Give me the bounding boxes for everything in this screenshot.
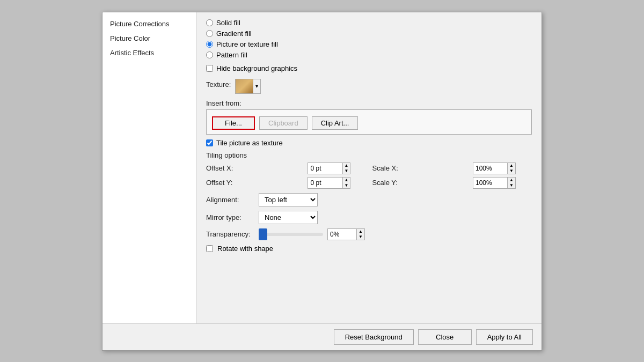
tile-texture-checkbox[interactable] [206, 139, 213, 146]
transparency-row: Transparency: ▲ ▼ [206, 228, 532, 240]
scale-y-up[interactable]: ▲ [508, 178, 515, 183]
dialog-footer: Reset Background Close Apply to All [103, 323, 541, 350]
gradient-fill-radio[interactable] [206, 30, 213, 37]
scale-y-input[interactable] [473, 178, 507, 188]
hide-background-checkbox[interactable] [206, 65, 213, 72]
scale-y-down[interactable]: ▼ [508, 183, 515, 188]
transparency-label: Transparency: [206, 230, 254, 238]
picture-texture-fill-label[interactable]: Picture or texture fill [216, 40, 278, 48]
scale-y-arrows: ▲ ▼ [507, 178, 515, 188]
offset-y-label: Offset Y: [206, 179, 302, 187]
sidebar-item-picture-color[interactable]: Picture Color [103, 31, 196, 46]
clipboard-button[interactable]: Clipboard [259, 116, 308, 130]
pattern-fill-radio[interactable] [206, 51, 213, 58]
scale-x-down[interactable]: ▼ [508, 168, 515, 174]
mirror-select[interactable]: None Horizontal Vertical Both [259, 211, 318, 224]
transparency-input[interactable] [328, 230, 356, 239]
hide-background-row: Hide background graphics [206, 64, 532, 72]
mirror-label: Mirror type: [206, 213, 254, 221]
texture-dropdown[interactable]: ▾ [235, 79, 261, 94]
alignment-select[interactable]: Top left Top center Top right Center Bot… [259, 193, 318, 206]
solid-fill-radio[interactable] [206, 19, 213, 26]
rotate-shape-checkbox[interactable] [206, 245, 213, 252]
insert-from-label: Insert from: [206, 99, 532, 107]
hide-background-label[interactable]: Hide background graphics [216, 64, 297, 72]
file-button[interactable]: File... [212, 116, 255, 130]
clip-art-button[interactable]: Clip Art... [312, 116, 358, 130]
insert-from-box: File... Clipboard Clip Art... [206, 109, 532, 135]
arrow-annotation [196, 115, 201, 144]
tile-texture-label[interactable]: Tile picture as texture [216, 139, 283, 147]
transparency-up[interactable]: ▲ [357, 229, 364, 234]
transparency-down[interactable]: ▼ [357, 234, 364, 240]
texture-preview-image [236, 79, 253, 93]
offset-x-up[interactable]: ▲ [343, 163, 350, 168]
texture-row: Texture: ▾ [206, 79, 532, 94]
offset-y-input[interactable] [308, 178, 342, 188]
scale-y-label: Scale Y: [372, 179, 467, 187]
gradient-fill-row: Gradient fill [206, 29, 532, 38]
offset-y-down[interactable]: ▼ [343, 183, 350, 188]
main-panel: Solid fill Gradient fill Picture or text… [196, 12, 541, 323]
tiling-section-title: Tiling options [206, 151, 532, 159]
scale-x-label: Scale X: [372, 164, 467, 172]
picture-texture-fill-row: Picture or texture fill [206, 40, 532, 48]
offset-x-label: Offset X: [206, 164, 302, 172]
texture-label: Texture: [206, 80, 231, 88]
offset-x-input[interactable] [308, 164, 342, 173]
offset-x-down[interactable]: ▼ [343, 168, 350, 174]
sidebar-item-artistic-effects[interactable]: Artistic Effects [103, 46, 196, 60]
rotate-row: Rotate with shape [206, 245, 532, 253]
sidebar-item-picture-corrections[interactable]: Picture Corrections [103, 17, 196, 31]
mirror-row: Mirror type: None Horizontal Vertical Bo… [206, 211, 532, 224]
format-background-dialog: Picture Corrections Picture Color Artist… [102, 12, 542, 351]
close-button[interactable]: Close [418, 329, 472, 345]
alignment-label: Alignment: [206, 196, 254, 204]
gradient-fill-label[interactable]: Gradient fill [216, 29, 252, 38]
offset-y-up[interactable]: ▲ [343, 178, 350, 183]
reset-background-button[interactable]: Reset Background [334, 329, 414, 345]
offset-x-arrows: ▲ ▼ [342, 163, 350, 174]
offset-y-spinner[interactable]: ▲ ▼ [308, 177, 350, 189]
scale-x-spinner[interactable]: ▲ ▼ [473, 162, 516, 174]
transparency-arrows: ▲ ▼ [356, 229, 364, 240]
transparency-spinner[interactable]: ▲ ▼ [327, 228, 365, 240]
insert-buttons: File... Clipboard Clip Art... [212, 116, 526, 130]
solid-fill-label[interactable]: Solid fill [216, 19, 240, 27]
alignment-row: Alignment: Top left Top center Top right… [206, 193, 532, 206]
picture-texture-fill-radio[interactable] [206, 41, 213, 48]
scale-x-arrows: ▲ ▼ [507, 163, 515, 174]
offset-y-arrows: ▲ ▼ [342, 178, 350, 188]
scale-x-up[interactable]: ▲ [508, 163, 515, 168]
transparency-slider[interactable] [259, 233, 323, 236]
tile-checkbox-row: Tile picture as texture [206, 139, 532, 147]
apply-to-all-button[interactable]: Apply to All [476, 329, 533, 345]
texture-dropdown-arrow[interactable]: ▾ [253, 79, 260, 93]
pattern-fill-label[interactable]: Pattern fill [216, 51, 247, 59]
pattern-fill-row: Pattern fill [206, 51, 532, 59]
red-arrow-svg [196, 115, 201, 142]
offset-x-spinner[interactable]: ▲ ▼ [308, 162, 350, 174]
solid-fill-row: Solid fill [206, 19, 532, 27]
fill-options: Solid fill Gradient fill Picture or text… [206, 19, 532, 59]
sidebar: Picture Corrections Picture Color Artist… [103, 12, 196, 323]
insert-from-wrapper: Insert from: [206, 99, 532, 135]
scale-x-input[interactable] [473, 164, 507, 173]
tiling-grid: Offset X: ▲ ▼ Scale X: ▲ ▼ [206, 162, 532, 189]
rotate-shape-label[interactable]: Rotate with shape [217, 245, 273, 253]
scale-y-spinner[interactable]: ▲ ▼ [473, 177, 516, 189]
